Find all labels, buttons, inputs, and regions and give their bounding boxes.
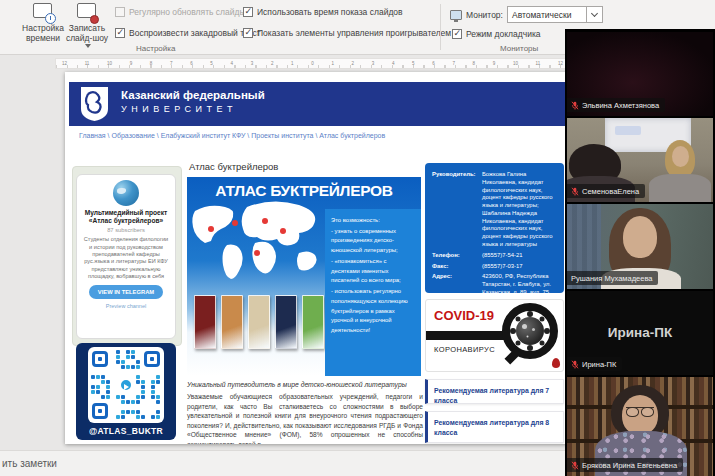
book-cover — [302, 295, 324, 349]
qr-block: @ATLAS_BUKTR — [76, 343, 176, 440]
participant-name: СеменоваЕлена — [582, 187, 639, 196]
clock-icon — [31, 2, 55, 22]
participant-placeholder-name: Ирина-ПК — [567, 325, 713, 340]
participant-name-badge: Рушания Мухамадеева — [567, 271, 658, 285]
participant-name-badge: Брякова Ирина Евгеньевна — [567, 458, 683, 472]
telegram-plane-icon — [119, 378, 133, 392]
group-label-monitors: Мониторы — [500, 44, 538, 53]
participant-tile[interactable]: Эльвина Ахметзянова — [567, 32, 713, 116]
telegram-subscribers: 87 subscribers — [82, 227, 170, 233]
checkbox-icon — [243, 28, 253, 38]
rehearse-timings-button[interactable]: Настройка времени — [22, 2, 64, 50]
checkbox-update-slides[interactable]: Регулярно обновлять слайды — [115, 7, 246, 17]
book-cover — [275, 295, 297, 349]
chevron-down-icon — [591, 10, 598, 17]
checkbox-play-narrations[interactable]: Воспроизвести закадровый текст — [115, 28, 261, 38]
virus-icon — [516, 317, 544, 345]
qr-code — [88, 347, 164, 423]
checkbox-label: Воспроизвести закадровый текст — [129, 28, 261, 38]
dropdown-caret-icon — [85, 44, 91, 48]
university-line1: Казанский федеральный — [121, 89, 265, 101]
person-silhouette — [649, 174, 711, 202]
qr-finder-icon — [92, 351, 108, 367]
participant-name-badge: СеменоваЕлена — [567, 184, 645, 198]
intro-paragraph: Уважаемые обучающиеся образовательных уч… — [187, 392, 423, 444]
participant-name: Брякова Ирина Евгеньевна — [582, 461, 677, 470]
monitor-dropdown-arrow[interactable] — [587, 6, 603, 23]
record-slideshow-button[interactable]: Записать слайд-шоу — [64, 2, 110, 50]
participant-name: Эльвина Ахметзянова — [582, 101, 659, 110]
ribbon-divider — [440, 4, 441, 50]
banner-title: АТЛАС БУКТРЕЙЛЕРОВ — [187, 182, 421, 200]
map-pin-icon — [208, 226, 214, 232]
mic-muted-icon — [571, 187, 579, 196]
university-name: Казанский федеральный УНИВЕРСИТЕТ — [121, 89, 265, 114]
video-conference-panel: Эльвина Ахметзянова СеменоваЕлена — [565, 29, 715, 476]
checkbox-icon — [452, 29, 462, 39]
book-covers-row — [194, 295, 324, 349]
breadcrumb[interactable]: Главная \ Образование \ Елабужский инсти… — [79, 132, 385, 139]
record-slideshow-label: Записать слайд-шоу — [64, 24, 110, 44]
monitor-dropdown[interactable]: Автоматически — [507, 6, 603, 23]
banner-bullets: Это возможность:- узнать о современных п… — [325, 209, 421, 376]
contact-info-rows: Руководитель:Божкова Галина Николаевна, … — [432, 171, 557, 293]
telegram-handle: @ATLAS_BUKTR — [76, 426, 176, 436]
book-cover — [221, 295, 243, 349]
preview-channel-link[interactable]: Preview channel — [82, 303, 170, 309]
world-map — [187, 201, 327, 297]
monitor-row: Монитор: Автоматически — [450, 6, 603, 23]
qr-finder-icon — [92, 403, 108, 419]
map-pin-icon — [280, 228, 286, 234]
participant-tile[interactable]: Брякова Ирина Евгеньевна — [567, 377, 713, 476]
page-title: Атлас буктрейлеров — [189, 161, 278, 172]
mic-muted-icon — [571, 101, 579, 110]
covid-banner[interactable]: COVID-19 КОРОНАВИРУС — [425, 299, 564, 372]
record-icon — [75, 2, 99, 22]
map-pin-icon — [232, 220, 238, 226]
group-label-setup: Настройка — [136, 44, 175, 53]
monitor-dropdown-value: Автоматически — [507, 6, 587, 23]
telegram-card[interactable]: Мультимедийный проект «Атлас буктрейлеро… — [76, 174, 176, 339]
checkbox-use-timings[interactable]: Использовать время показа слайдов — [243, 7, 403, 17]
map-pin-icon — [254, 250, 260, 256]
monitor-icon — [450, 10, 462, 20]
monitor-label: Монитор: — [466, 10, 503, 20]
book-cover — [194, 295, 216, 349]
checkbox-icon — [243, 7, 253, 17]
university-line2: УНИВЕРСИТЕТ — [121, 104, 265, 114]
telegram-channel-logo — [113, 180, 139, 206]
ruler: 1211109876543210123456789101112 — [55, 58, 570, 69]
participant-tile[interactable]: Рушания Мухамадеева — [567, 204, 713, 289]
recommended-literature-7-link[interactable]: Рекомендуемая литература для 7 класса — [425, 379, 564, 404]
participant-tile[interactable]: Ирина-ПК Ирина-ПК — [567, 291, 713, 375]
kfu-logo — [79, 86, 110, 122]
notes-bar[interactable]: ить заметки — [0, 450, 565, 476]
checkbox-presenter-view[interactable]: Режим докладчика — [452, 29, 541, 39]
checkbox-icon — [115, 28, 125, 38]
checkbox-icon — [115, 7, 125, 17]
contact-info-box: Руководитель:Божкова Галина Николаевна, … — [425, 163, 564, 293]
covid-subtitle: КОРОНАВИРУС — [434, 345, 495, 354]
person-silhouette — [623, 216, 657, 258]
covid-title: COVID-19 — [434, 308, 494, 323]
checkbox-label: Регулярно обновлять слайды — [129, 7, 246, 17]
participant-name: Рушания Мухамадеева — [571, 274, 652, 283]
recommended-literature-8-link[interactable]: Рекомендуемая литература для 8 класса — [425, 411, 564, 443]
magnifier-icon — [502, 303, 558, 359]
slide-canvas[interactable]: Казанский федеральный УНИВЕРСИТЕТ Главна… — [65, 72, 570, 444]
atlas-banner: АТЛАС БУКТРЕЙЛЕРОВ Это возможность:- узн… — [187, 177, 421, 376]
checkbox-label: Показать элементы управления проигрывате… — [257, 28, 451, 38]
qr-finder-icon — [144, 351, 160, 367]
glasses-icon — [626, 407, 654, 415]
participant-name-badge: Эльвина Ахметзянова — [567, 98, 665, 112]
kfu-header-banner: Казанский федеральный УНИВЕРСИТЕТ — [69, 82, 566, 126]
checkbox-label: Режим докладчика — [466, 29, 541, 39]
view-in-telegram-button[interactable]: VIEW IN TELEGRAM — [89, 285, 163, 299]
checkbox-media-controls[interactable]: Показать элементы управления проигрывате… — [243, 28, 451, 38]
person-silhouette — [672, 146, 689, 167]
participant-name-badge: Ирина-ПК — [567, 357, 622, 371]
checkbox-label: Использовать время показа слайдов — [257, 7, 403, 17]
participant-tile[interactable]: СеменоваЕлена — [567, 118, 713, 202]
telegram-channel-title: Мультимедийный проект «Атлас буктрейлеро… — [82, 209, 170, 225]
tagline: Уникальный путеводитель в мире детско-юн… — [187, 381, 407, 388]
